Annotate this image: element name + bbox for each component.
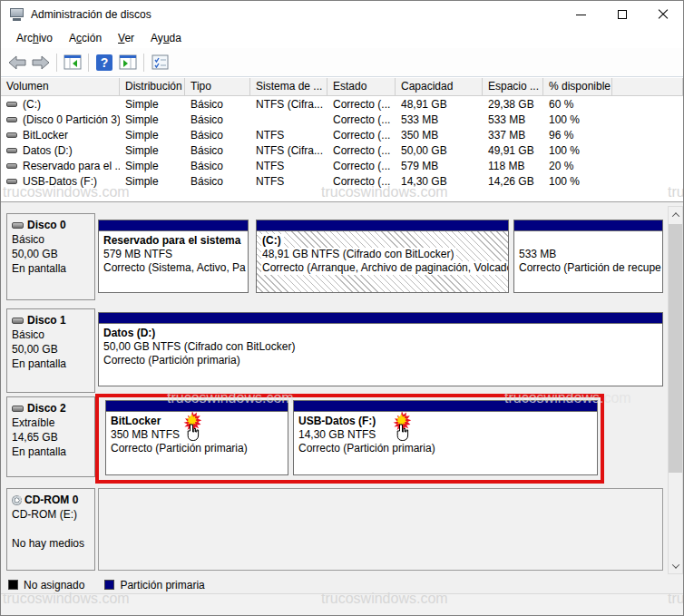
disk0-panel[interactable]: Disco 0 Básico 50,00 GB En pantalla	[6, 213, 95, 300]
col-estado[interactable]: Estado	[327, 78, 396, 96]
scroll-up-button[interactable]	[669, 207, 682, 222]
menu-accion[interactable]: Acción	[61, 30, 110, 46]
scrollbar-thumb[interactable]	[669, 224, 682, 473]
col-tipo[interactable]: Tipo	[185, 78, 250, 96]
col-filler	[612, 78, 683, 96]
console-tree-button[interactable]	[61, 51, 84, 74]
partition-c[interactable]: (C:) 48,91 GB NTFS (Cifrado con BitLocke…	[256, 220, 509, 293]
statusbar	[1, 593, 683, 616]
col-disponible[interactable]: % disponible	[543, 78, 612, 96]
maximize-button[interactable]	[601, 1, 642, 28]
minimize-button[interactable]	[561, 1, 601, 28]
volume-icon	[6, 148, 17, 153]
col-capacidad[interactable]: Capacidad	[396, 78, 483, 96]
chevron-up-icon	[671, 212, 679, 220]
disk-icon	[12, 406, 24, 412]
minimize-icon	[576, 15, 586, 15]
menu-archivo[interactable]: Archivo	[8, 30, 61, 46]
legend-color-swatch	[8, 580, 18, 590]
titlebar: Administración de discos	[1, 1, 683, 28]
col-sistema[interactable]: Sistema de ...	[250, 78, 327, 96]
partition-strip	[513, 220, 663, 230]
back-button[interactable]	[5, 51, 29, 74]
console-tree-icon	[64, 54, 82, 70]
forward-button[interactable]	[29, 51, 53, 74]
back-icon	[8, 55, 26, 70]
partition-strip	[256, 220, 509, 230]
help-button[interactable]: ?	[93, 51, 116, 74]
toolbar-separator	[56, 54, 57, 72]
legend-particion-primaria: Partición primaria	[104, 579, 204, 592]
volume-row-reservado[interactable]: Reservado para el ... SimpleBásico NTFSC…	[1, 158, 683, 173]
disk1-panel[interactable]: Disco 1 Básico 50,00 GB En pantalla	[6, 308, 95, 393]
volume-row-bitlocker[interactable]: BitLocker SimpleBásico NTFSCorrecto (...…	[1, 127, 683, 142]
properties-button[interactable]	[148, 51, 171, 74]
scroll-down-button[interactable]	[669, 558, 682, 573]
legend-bar: No asignado Partición primaria	[1, 576, 683, 593]
close-button[interactable]	[642, 1, 683, 28]
col-volumen[interactable]: Volumen	[1, 78, 120, 96]
disk2-panel[interactable]: Disco 2 Extraíble 14,65 GB En pantalla	[6, 396, 95, 477]
disk-icon	[12, 222, 24, 229]
legend-no-asignado: No asignado	[8, 579, 84, 592]
action-pane-button[interactable]	[116, 51, 140, 74]
disk-management-window: Administración de discos Archivo Acción …	[0, 0, 684, 616]
volume-icon	[6, 179, 17, 184]
maximize-icon	[618, 10, 627, 19]
partition-strip	[98, 220, 249, 230]
col-distribucion[interactable]: Distribución	[120, 78, 185, 96]
menu-ver[interactable]: Ver	[110, 30, 142, 46]
help-icon: ?	[95, 54, 113, 72]
menubar: Archivo Acción Ver Ayuda	[1, 28, 683, 48]
volume-icon	[6, 132, 17, 138]
partition-strip	[98, 312, 663, 323]
volume-row-disco0-particion3[interactable]: (Disco 0 Partición 3) SimpleBásico Corre…	[1, 112, 683, 127]
partition-reservado[interactable]: Reservado para el sistema 579 MB NTFS Co…	[98, 220, 249, 293]
col-espacio[interactable]: Espacio ...	[483, 78, 543, 96]
svg-text:?: ?	[101, 55, 109, 70]
action-pane-icon	[119, 54, 137, 70]
partition-datos[interactable]: Datos (D:) 50,00 GB NTFS (Cifrado con Bi…	[98, 312, 663, 386]
volume-row-datos[interactable]: Datos (D:) SimpleBásico NTFS (Cifra...Co…	[1, 142, 683, 158]
cdrom-icon	[12, 495, 22, 505]
cdrom-panel[interactable]: CD-ROM 0 CD-ROM (E:) No hay medios	[6, 488, 95, 571]
volume-row-c[interactable]: (C:) SimpleBásico NTFS (Cifra...Correcto…	[1, 96, 683, 112]
cdrom-empty-region[interactable]	[98, 488, 663, 571]
close-icon	[658, 9, 669, 20]
window-title: Administración de discos	[31, 8, 151, 21]
toolbar-separator	[143, 54, 144, 72]
vertical-scrollbar[interactable]	[668, 206, 683, 574]
forward-icon	[32, 55, 50, 70]
volume-icon	[6, 117, 17, 122]
toolbar-separator	[88, 54, 89, 72]
disk-graph-pane: Disco 0 Básico 50,00 GB En pantalla Rese…	[1, 204, 684, 576]
volume-list: Volumen Distribución Tipo Sistema de ...…	[1, 78, 683, 200]
partition-recovery[interactable]: 533 MB Correcto (Partición de recupe	[513, 220, 663, 293]
chevron-down-icon	[671, 561, 679, 568]
highlight-box	[95, 394, 604, 484]
legend-color-swatch	[104, 580, 114, 590]
toolbar: ?	[1, 48, 683, 77]
app-icon	[10, 7, 24, 22]
volume-icon	[6, 102, 17, 107]
menu-ayuda[interactable]: Ayuda	[142, 30, 190, 46]
volume-icon	[6, 163, 17, 169]
volume-list-header: Volumen Distribución Tipo Sistema de ...…	[1, 78, 683, 96]
properties-list-icon	[151, 54, 169, 70]
disk-icon	[12, 318, 24, 324]
volume-row-usb-datos[interactable]: USB-Datos (F:) SimpleBásico NTFSCorrecto…	[1, 173, 683, 189]
